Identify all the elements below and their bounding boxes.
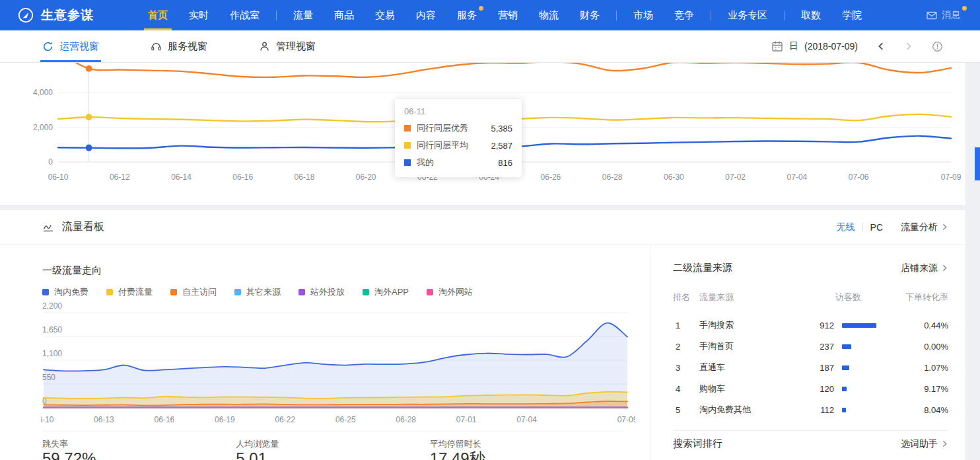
legend-item-淘内免费[interactable]: 淘内免费: [42, 286, 88, 298]
tooltip-series-value: 5,385: [491, 124, 512, 134]
primary-traffic-chart[interactable]: 05501,1001,6502,20006-1006-1306-1606-190…: [41, 301, 635, 428]
nav-divider: [616, 11, 617, 20]
prev-date-button[interactable]: [876, 42, 886, 51]
messages-badge-dot: [962, 6, 967, 11]
date-picker[interactable]: 日 (2018-07-09): [771, 40, 858, 52]
nav-item-物流[interactable]: 物流: [528, 0, 569, 30]
source-table-body: 1手淘搜索9120.44%2手淘首页2370.00%3直通车1871.07%4购…: [673, 315, 948, 420]
legend-item-站外投放[interactable]: 站外投放: [298, 286, 345, 298]
app-logo[interactable]: 生意参谋: [17, 7, 94, 24]
divider: [673, 430, 948, 431]
nav-item-营销[interactable]: 营销: [487, 0, 528, 30]
visitors-bar: [842, 323, 876, 328]
legend-swatch: [106, 289, 113, 295]
legend-swatch: [363, 289, 369, 295]
mail-icon: [927, 11, 937, 20]
secondary-source-section: 二级流量来源 店铺来源 排名 流量来源 访客数 下单转化率 1手淘搜索9120.…: [650, 245, 965, 460]
visitors-bar: [842, 365, 849, 370]
series-color-swatch: [404, 142, 411, 149]
svg-text:07-04: 07-04: [787, 172, 808, 182]
nav-item-业务专区[interactable]: 业务专区: [717, 0, 778, 30]
nav-item-商品[interactable]: 商品: [324, 0, 365, 30]
headset-icon: [151, 41, 162, 52]
link-separator: [862, 223, 863, 231]
sycm-dashboard: 生意参谋 首页实时作战室流量商品交易内容服务营销物流财务市场竞争业务专区取数学院…: [0, 0, 980, 460]
nav-item-首页[interactable]: 首页: [137, 0, 178, 30]
svg-text:0: 0: [48, 157, 53, 167]
nav-item-取数[interactable]: 取数: [790, 0, 831, 30]
col-visitors: 访客数: [792, 291, 901, 303]
nav-item-学院[interactable]: 学院: [831, 0, 872, 30]
nav-item-财务[interactable]: 财务: [569, 0, 610, 30]
shop-source-link[interactable]: 店铺来源: [901, 262, 948, 274]
word-helper-link[interactable]: 选词助手: [901, 438, 948, 450]
stat-value: 17.49秒: [430, 450, 623, 460]
svg-text:2,000: 2,000: [33, 123, 53, 132]
svg-text:06-13: 06-13: [94, 415, 114, 424]
tab-operation-view[interactable]: 运营视窗: [42, 30, 99, 62]
source-conversion: 9.17%: [901, 384, 948, 394]
notice-button[interactable]: [932, 41, 943, 52]
svg-text:1,100: 1,100: [42, 349, 62, 358]
nav-item-交易[interactable]: 交易: [365, 0, 405, 30]
view-tabbar: 运营视窗 服务视窗 管理视窗 日: [0, 30, 980, 63]
source-conversion: 0.44%: [901, 321, 948, 330]
legend-label: 站外投放: [310, 286, 345, 298]
next-date-button[interactable]: [904, 42, 913, 51]
legend-item-自主访问[interactable]: 自主访问: [170, 286, 217, 298]
svg-text:06-28: 06-28: [602, 172, 623, 182]
legend-item-淘外APP[interactable]: 淘外APP: [363, 286, 409, 298]
legend-item-其它来源[interactable]: 其它来源: [234, 286, 281, 298]
source-conversion: 8.04%: [901, 405, 948, 415]
device-link-pc[interactable]: PC: [870, 222, 883, 233]
visitors-count: 120: [792, 384, 834, 394]
arrow-right-icon: [941, 264, 948, 272]
nav-item-市场[interactable]: 市场: [623, 0, 664, 30]
legend-item-付费流量[interactable]: 付费流量: [106, 286, 153, 298]
device-link-wireless[interactable]: 无线: [837, 221, 855, 233]
messages-button[interactable]: 消息: [927, 9, 960, 21]
word-helper-label: 选词助手: [901, 438, 938, 450]
svg-text:06-28: 06-28: [396, 415, 416, 424]
person-icon: [259, 41, 270, 52]
source-row-直通车: 3直通车1871.07%: [673, 357, 948, 378]
visitors-bar: [842, 387, 847, 391]
tooltip-series-name: 同行同层优秀: [417, 122, 468, 134]
nav-item-作战室[interactable]: 作战室: [219, 0, 270, 30]
svg-text:06-10: 06-10: [41, 415, 54, 424]
info-icon: [932, 41, 943, 52]
legend-item-淘外网站[interactable]: 淘外网站: [427, 286, 473, 298]
stat-label: 平均停留时长: [430, 440, 623, 449]
search-words-title: 搜索词排行: [673, 438, 722, 450]
nav-item-服务[interactable]: 服务: [446, 0, 487, 30]
primary-traffic-title: 一级流量走向: [42, 264, 102, 277]
source-conversion: 0.00%: [901, 342, 948, 352]
tab-management-view[interactable]: 管理视窗: [259, 30, 316, 62]
svg-text:06-10: 06-10: [48, 172, 69, 182]
nav-item-流量[interactable]: 流量: [283, 0, 324, 30]
source-conversion: 1.07%: [901, 363, 948, 373]
primary-traffic-section: 一级流量走向 淘内免费付费流量自主访问其它来源站外投放淘外APP淘外网站 055…: [0, 245, 650, 460]
nav-item-实时[interactable]: 实时: [178, 0, 219, 30]
stat-label: 跳失率: [42, 440, 236, 449]
traffic-board-title: 流量看板: [62, 220, 104, 234]
traffic-analysis-link[interactable]: 流量分析: [901, 221, 948, 233]
chart-tooltip: 06-11 同行同层优秀5,385同行同层平均2,587我的816: [395, 99, 522, 177]
tab-label: 服务视窗: [168, 40, 207, 53]
legend-label: 其它来源: [246, 286, 281, 298]
nav-item-竞争[interactable]: 竞争: [664, 0, 705, 30]
tab-service-view[interactable]: 服务视窗: [151, 30, 207, 62]
tooltip-row: 同行同层优秀5,385: [404, 122, 512, 134]
visitors-bar: [842, 344, 851, 349]
source-name: 手淘搜索: [699, 319, 792, 331]
svg-text:07-09: 07-09: [941, 172, 962, 182]
stat-人均浏览量: 人均浏览量5.01: [236, 440, 429, 460]
legend-label: 付费流量: [118, 286, 153, 298]
scrollbar-thumb[interactable]: [975, 147, 980, 180]
tooltip-row: 我的816: [404, 157, 512, 169]
source-rank: 2: [673, 342, 699, 352]
svg-text:06-26: 06-26: [541, 172, 561, 182]
trend-chart-icon: [42, 221, 54, 233]
stat-value: 5.01: [236, 450, 429, 460]
nav-item-内容[interactable]: 内容: [405, 0, 446, 30]
